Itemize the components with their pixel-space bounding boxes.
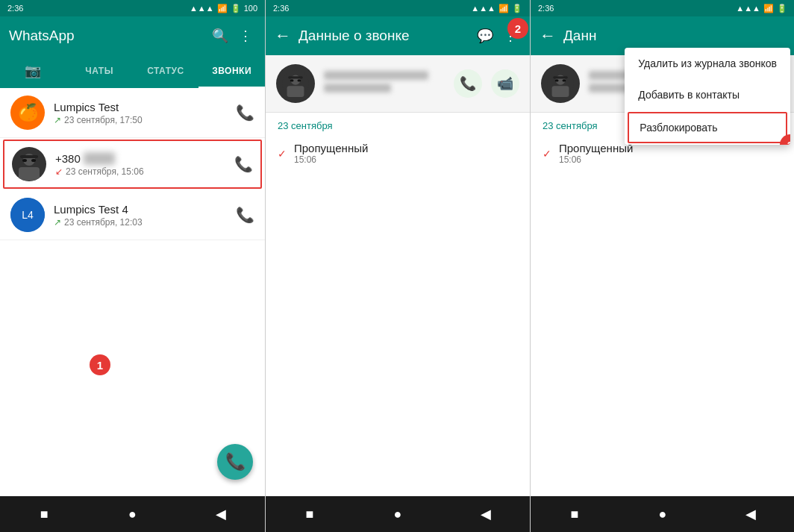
nav-square-3[interactable]: ■: [563, 502, 587, 526]
chat-icon-button[interactable]: 💬: [475, 25, 496, 46]
call-item-lumpics[interactable]: 🍊 Lumpics Test ↗ 23 сентября, 17:50 📞: [0, 88, 265, 138]
call-arrow-incoming-1: ↗: [54, 115, 61, 125]
bottom-nav-1: ■ ● ◀: [0, 496, 265, 532]
nav-back-1[interactable]: ◀: [209, 502, 233, 526]
status-icons-3: ▲▲▲ 📶 🔋: [736, 4, 787, 13]
missed-call-icon-3: ✓: [543, 148, 551, 160]
tabs-bar: 📷 ЧАТЫ СТАТУС ЗВОНКИ: [0, 55, 265, 88]
call-item-lumpics4[interactable]: L4 Lumpics Test 4 ↗ 23 сентября, 12:03 📞: [0, 190, 265, 240]
time-2: 2:36: [273, 4, 289, 13]
tab-status[interactable]: СТАТУС: [133, 55, 199, 88]
wifi-icon-2: 📶: [498, 4, 509, 13]
call-log-2: 23 сентября ✓ Пропущенный 15:06: [266, 113, 530, 496]
call-name-2: +380: [55, 152, 234, 165]
svg-rect-11: [288, 76, 303, 78]
status-icons-2: ▲▲▲ 📶 🔋: [471, 4, 522, 13]
battery-icon-3: 🔋: [777, 4, 787, 13]
call-phone-icon-2[interactable]: 📞: [234, 155, 253, 173]
status-bar-1: 2:36 ▲▲▲ 📶 🔋 100: [0, 0, 265, 16]
call-meta-3: ↗ 23 сентября, 12:03: [54, 217, 236, 228]
call-date-2: 23 сентября, 15:06: [66, 166, 144, 177]
call-meta-2: ↙ 23 сентября, 15:06: [55, 166, 234, 177]
call-type-label-2: Пропущенный: [294, 142, 518, 154]
tab-calls[interactable]: ЗВОНКИ: [198, 55, 265, 88]
call-name-3: Lumpics Test 4: [54, 203, 236, 216]
call-date-3: 23 сентября, 12:03: [64, 217, 143, 228]
context-menu: Удалить из журнала звонков Добавить в ко…: [625, 48, 790, 145]
menu-item-unblock[interactable]: Разблокировать: [628, 112, 787, 143]
menu-item-add[interactable]: Добавить в контакты: [625, 79, 790, 110]
contact-name-blurred: [324, 71, 454, 96]
blurred-number: [84, 152, 115, 165]
step-1-circle: 1: [90, 354, 110, 375]
wifi-icon: 📶: [217, 4, 228, 13]
call-type-info-2: Пропущенный 15:06: [294, 142, 518, 165]
call-log-entry-2: ✓ Пропущенный 15:06: [266, 134, 530, 172]
call-date-1: 23 сентября, 17:50: [64, 115, 143, 125]
tab-camera[interactable]: 📷: [0, 55, 66, 88]
phone-screen-2: 2:36 ▲▲▲ 📶 🔋 ← Данные о звонке 💬 ⋮ 2: [265, 0, 530, 532]
back-button-3[interactable]: ←: [540, 26, 556, 46]
battery-icon: 🔋: [231, 4, 241, 13]
call-phone-icon-1[interactable]: 📞: [236, 104, 254, 122]
svg-point-12: [290, 79, 294, 81]
step-2-circle: 2: [507, 18, 528, 39]
nav-circle-3[interactable]: ●: [651, 502, 675, 526]
call-button[interactable]: 📞: [454, 69, 482, 98]
signal-icon: ▲▲▲: [190, 4, 214, 13]
nav-back-3[interactable]: ◀: [739, 502, 763, 526]
call-time-3: 15:06: [559, 154, 783, 165]
phone-screen-3: 2:36 ▲▲▲ 📶 🔋 ← Данн Удалить из журнала з…: [530, 0, 794, 532]
contact-actions: 📞 📹: [454, 69, 519, 98]
bottom-nav-3: ■ ● ◀: [531, 496, 794, 532]
phone-screen-1: 2:36 ▲▲▲ 📶 🔋 100 WhatsApp 🔍 ⋮ 📷 ЧАТЫ СТА…: [0, 0, 265, 532]
status-bar-3: 2:36 ▲▲▲ 📶 🔋: [531, 0, 794, 16]
call-name-1: Lumpics Test: [54, 101, 236, 113]
svg-point-18: [555, 79, 559, 81]
video-call-button[interactable]: 📹: [491, 69, 519, 98]
battery-icon-2: 🔋: [512, 4, 522, 13]
top-bar-2: ← Данные о звонке 💬 ⋮ 2: [266, 16, 530, 55]
back-button-2[interactable]: ←: [275, 26, 291, 46]
missed-call-icon-2: ✓: [278, 148, 287, 160]
more-options-button[interactable]: ⋮: [235, 25, 256, 46]
page-title-3: Данн: [563, 28, 786, 44]
call-phone-icon-3[interactable]: 📞: [236, 206, 254, 224]
contact-detail-header: 📞 📹: [266, 55, 530, 113]
svg-text:L4: L4: [22, 209, 34, 221]
call-log-3: 23 сентября ✓ Пропущенный 15:06: [531, 113, 794, 496]
call-info-1: Lumpics Test ↗ 23 сентября, 17:50: [54, 101, 236, 125]
search-button[interactable]: 🔍: [210, 25, 231, 46]
nav-square-1[interactable]: ■: [32, 502, 56, 526]
nav-back-2[interactable]: ◀: [474, 502, 498, 526]
call-meta-1: ↗ 23 сентября, 17:50: [54, 115, 236, 125]
top-bar-1: WhatsApp 🔍 ⋮: [0, 16, 265, 55]
more-options-button-2[interactable]: ⋮ 2: [500, 25, 521, 46]
menu-item-delete[interactable]: Удалить из журнала звонков: [625, 48, 790, 79]
status-icons-1: ▲▲▲ 📶 🔋 100: [190, 4, 257, 13]
svg-rect-10: [287, 86, 304, 97]
fab-new-call[interactable]: 📞: [217, 444, 253, 480]
svg-rect-17: [553, 76, 568, 78]
svg-rect-3: [20, 155, 38, 158]
app-title: WhatsApp: [9, 28, 205, 44]
nav-circle-1[interactable]: ●: [120, 502, 144, 526]
wifi-icon-3: 📶: [763, 4, 774, 13]
bottom-nav-2: ■ ● ◀: [266, 496, 530, 532]
call-list: 🍊 Lumpics Test ↗ 23 сентября, 17:50 📞: [0, 88, 265, 496]
fab-icon: 📞: [225, 452, 246, 472]
nav-square-2[interactable]: ■: [298, 502, 322, 526]
page-title-2: Данные о звонке: [298, 28, 470, 44]
nav-circle-2[interactable]: ●: [386, 502, 410, 526]
avatar-lumpics: 🍊: [10, 96, 45, 130]
top-bar-3: ← Данн Удалить из журнала звонков Добави…: [531, 16, 794, 55]
call-arrow-missed-2: ↙: [55, 166, 63, 177]
blur-line-2: [324, 84, 391, 93]
call-item-unknown[interactable]: +380 ↙ 23 сентября, 15:06 📞: [3, 140, 262, 189]
call-type-info-3: Пропущенный 15:06: [559, 142, 783, 165]
tab-chats[interactable]: ЧАТЫ: [66, 55, 133, 88]
svg-point-19: [562, 79, 566, 81]
signal-icon-2: ▲▲▲: [471, 4, 496, 13]
svg-point-13: [297, 79, 301, 81]
call-time-2: 15:06: [294, 154, 518, 165]
